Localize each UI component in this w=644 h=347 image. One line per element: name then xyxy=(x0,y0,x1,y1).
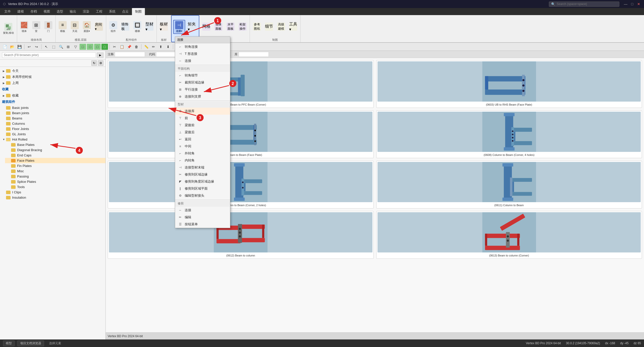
tree-tools[interactable]: ▶ Tools xyxy=(5,184,105,190)
wall-btn[interactable]: 🧱 墙体 xyxy=(19,20,30,33)
room2-btn[interactable]: 房间▾ xyxy=(93,22,104,32)
global-search-input[interactable] xyxy=(557,2,612,6)
col-notes-filter[interactable] xyxy=(115,52,145,57)
ib-redo[interactable]: ↪ xyxy=(33,44,40,50)
ib-annotate[interactable]: ✏ xyxy=(150,44,157,50)
network-btn[interactable]: 网格 xyxy=(201,22,212,32)
door-btn[interactable]: 🚪 门 xyxy=(43,20,54,33)
dd-edit2[interactable]: ✏ 编辑 xyxy=(175,214,230,221)
ib-pointer[interactable]: ↖ xyxy=(43,44,50,50)
tab-archive[interactable]: 存档 xyxy=(27,8,40,15)
board-btn[interactable]: 板材▾ xyxy=(158,22,169,32)
cladding-btn[interactable]: 墙饰板 xyxy=(120,22,131,32)
sidebar-search-input[interactable] xyxy=(2,52,96,58)
wall-panel-btn[interactable]: 墙体面板 xyxy=(213,22,224,32)
dd-connect[interactable]: ↔ 连接 xyxy=(175,57,230,64)
ib-new[interactable]: 📄 xyxy=(2,44,8,50)
grid-item-0613[interactable]: (0613) Beam to column (Corner) xyxy=(376,211,642,259)
ib-export[interactable]: ⬆ xyxy=(158,44,164,50)
tree-favorites-folder[interactable]: ▶ 收藏 xyxy=(0,93,105,99)
dd-outer-corner[interactable]: ⌐ 外转角 xyxy=(175,150,230,157)
ref-drawing-btn[interactable]: 参考图纸 xyxy=(251,22,262,32)
tab-drawing[interactable]: 制图 xyxy=(132,8,145,15)
advanced-model-btn[interactable]: 高级建模 xyxy=(276,22,287,32)
dd-corner-detail[interactable]: ⌐ 转角细节 xyxy=(175,72,230,79)
dd-edit-joint[interactable]: ⚙ 编辑型材接头 xyxy=(175,192,230,199)
ib-cut[interactable]: ✂ xyxy=(111,44,118,50)
ib-zoom-box[interactable]: 🔍 xyxy=(58,44,64,50)
tree-misc[interactable]: ▶ Misc xyxy=(5,168,105,174)
tree-beams[interactable]: ▶ Beams xyxy=(0,116,105,121)
maximize-button[interactable]: □ xyxy=(630,2,634,6)
dd-beam-front[interactable]: ⊤ 梁腹前 xyxy=(175,122,230,129)
stairs-btn[interactable]: 🔲 楼梯 xyxy=(132,20,143,33)
tree-today[interactable]: ▶ 今天 xyxy=(0,68,105,74)
room-btn[interactable]: ⊞ 室 xyxy=(31,20,42,33)
dd-trim-edge[interactable]: ✂ 修剪到区域边缘 xyxy=(175,171,230,178)
tree-gljoints[interactable]: ▶ GL Joints xyxy=(0,132,105,137)
dd-clip-edge[interactable]: ✂ 裁剪区域边缘 xyxy=(175,79,230,86)
horizontal-panel-btn[interactable]: 水平面板 xyxy=(225,22,236,32)
dd-btn-menu[interactable]: ☰ 按钮菜单 xyxy=(175,221,230,228)
ib-save[interactable]: 💾 xyxy=(16,44,23,50)
dd-corner-connect[interactable]: ⌐ 转角连接 xyxy=(175,43,230,50)
tab-file[interactable]: 文件 xyxy=(1,8,14,15)
tree-thisweek[interactable]: ▶ 本周早些时候 xyxy=(0,74,105,80)
tree-endcaps[interactable]: ▶ End Caps xyxy=(5,153,105,158)
grid-item-0612[interactable]: (0612) Beam to column xyxy=(108,211,374,259)
ib-zoom-all[interactable]: ⊞ xyxy=(65,44,71,50)
dd-connect-end[interactable]: ⊣ 连接型材末端 xyxy=(175,164,230,171)
tab-select[interactable]: 选型 xyxy=(53,8,66,15)
component-btn[interactable]: ⚙ 组件 xyxy=(108,20,119,33)
ib-green1[interactable]: □ xyxy=(80,44,86,50)
dd-t-connect[interactable]: ⊣ T 形连接 xyxy=(175,50,230,57)
grid-item-0609[interactable]: (0609) Column to Beam (Corner, 2 holes) xyxy=(108,161,374,208)
ib-measure[interactable]: 📏 xyxy=(143,44,149,50)
dd-connect2[interactable]: ↔ 连接 xyxy=(175,207,230,214)
grid-item-0602[interactable]: (0602) PFC Beam to PFC Beam (Corner) xyxy=(108,60,374,108)
grid-item-0604[interactable]: (0604) Beam to Beam (Face Plate) xyxy=(108,110,374,158)
tree-diagbracing[interactable]: ▶ Diagonal Bracing xyxy=(5,147,105,153)
tree-baseplates[interactable]: ▶ Base Plates xyxy=(5,142,105,147)
tab-build[interactable]: 建模 xyxy=(14,8,27,15)
ceiling-btn[interactable]: ⊟ 天花 xyxy=(69,20,80,33)
tree-faceplates[interactable]: ▶ Face Plates xyxy=(5,158,105,163)
tab-project[interactable]: 工程 xyxy=(93,8,106,15)
truss-btn[interactable]: 桁架操作 xyxy=(237,22,248,32)
tree-columns[interactable]: ▶ Columns xyxy=(0,121,105,126)
col-lib-filter[interactable] xyxy=(239,52,269,57)
docs-browser-button[interactable]: 项目文档浏览器 xyxy=(17,340,44,346)
ib-filter[interactable]: ▽ xyxy=(72,44,79,50)
tree-spliceplates[interactable]: ▶ Splice Plates xyxy=(5,179,105,184)
ib-select[interactable]: ⬚ xyxy=(50,44,57,50)
dd-middle[interactable]: ≡ 中间 xyxy=(175,143,230,150)
ib-green2[interactable]: □ xyxy=(87,44,93,50)
template-btn[interactable]: ≡ 模板 xyxy=(57,20,68,33)
tab-system[interactable]: 系统 xyxy=(106,8,119,15)
tree-beamjoints[interactable]: ▶ Beam joints xyxy=(0,110,105,116)
ib-copy[interactable]: 📋 xyxy=(119,44,125,50)
grid-item-0603[interactable]: (0603) UB to RHS Beam (Face Plate) xyxy=(376,60,642,108)
dd-front[interactable]: ⊤ 前 xyxy=(175,115,230,122)
detail-btn[interactable]: 细节 xyxy=(263,22,275,32)
minimize-button[interactable]: — xyxy=(623,2,628,6)
roof-btn[interactable]: 🏠 屋面▾ xyxy=(81,20,92,33)
ib-green4[interactable]: □ xyxy=(101,44,108,50)
tree-finplates[interactable]: ▶ Fin Plates xyxy=(5,163,105,168)
section-btn[interactable]: 型材▾ xyxy=(144,22,155,32)
ib-import[interactable]: ⬇ xyxy=(165,44,171,50)
tree-floorjoints[interactable]: ▶ Floor Joints xyxy=(0,126,105,132)
tab-view[interactable]: 视图 xyxy=(40,8,53,15)
tab-output[interactable]: 输出 xyxy=(66,8,80,15)
dd-return[interactable]: ↩ 返回 xyxy=(175,136,230,143)
tree-passing[interactable]: ▶ Passing xyxy=(5,174,105,179)
ib-undo[interactable]: ↩ xyxy=(26,44,32,50)
ib-delete[interactable]: 🗑 xyxy=(133,44,140,50)
dd-connect-library[interactable]: ⚙ 连接库 xyxy=(175,108,230,115)
tree-insulation[interactable]: ▶ Insulation xyxy=(0,195,105,200)
dd-beam-back[interactable]: ⊥ 梁腹后 xyxy=(175,129,230,136)
grid-item-0608[interactable]: (0608) Column to Beam (Corner, 4 holes) xyxy=(376,110,642,158)
model-view-button[interactable]: 模型 xyxy=(3,340,15,346)
dd-trim-plane[interactable]: ∥ 修剪到区域平面 xyxy=(175,185,230,192)
connect-button[interactable]: ⊣ 连接▾ xyxy=(173,20,185,34)
